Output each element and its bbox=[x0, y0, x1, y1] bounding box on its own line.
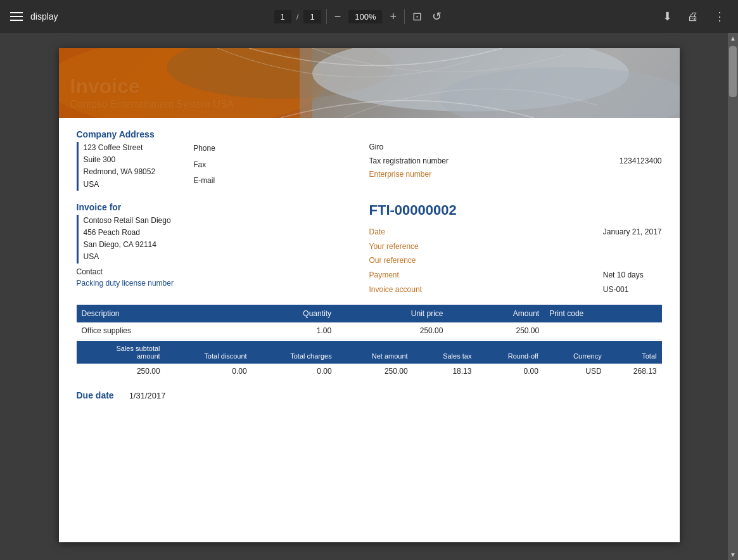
for-addr-line3: San Diego, CA 92114 bbox=[84, 239, 171, 251]
our-ref-label: Our reference bbox=[369, 253, 588, 268]
sum-discount-value: 0.00 bbox=[165, 364, 252, 379]
invoice-for-left: Invoice for Contoso Retail San Diego 456… bbox=[77, 202, 369, 297]
scrollbar[interactable]: ▲ ▼ bbox=[728, 33, 738, 560]
page-area: ▲ ▼ Invo bbox=[0, 33, 738, 560]
sum-currency-value: USD bbox=[544, 364, 607, 379]
invoice-body: Company Address 123 Coffee Street Suite … bbox=[59, 118, 680, 400]
sum-col-total: Total bbox=[607, 341, 662, 364]
sum-tax-value: 18.13 bbox=[413, 364, 477, 379]
contact-row: Contact bbox=[77, 267, 369, 276]
scroll-up-arrow[interactable]: ▲ bbox=[728, 33, 738, 44]
invoice-details-right: FTI-00000002 Date January 21, 2017 Your … bbox=[369, 202, 662, 297]
company-addr-line3: Redmond, WA 98052 bbox=[84, 166, 156, 178]
print-button[interactable]: 🖨 bbox=[685, 8, 701, 26]
our-ref-value bbox=[603, 253, 662, 268]
invoice-for-text: Contoso Retail San Diego 456 Peach Road … bbox=[84, 215, 171, 264]
summary-table: Sales subtotalamount Total discount Tota… bbox=[77, 341, 662, 379]
due-date-label: Due date bbox=[77, 390, 114, 400]
company-name-banner: Contoso Entertainment System USA bbox=[70, 99, 668, 110]
col-quantity: Quantity bbox=[234, 305, 336, 322]
item-unit-price: 250.00 bbox=[336, 322, 448, 340]
giro-value bbox=[620, 141, 662, 155]
packing-label: Packing duty license number bbox=[77, 279, 174, 288]
line-items-table: Description Quantity Unit price Amount P… bbox=[77, 305, 662, 340]
col-description: Description bbox=[77, 305, 235, 322]
more-button[interactable]: ⋮ bbox=[711, 7, 728, 26]
for-addr-line2: 456 Peach Road bbox=[84, 227, 171, 239]
payment-value: Net 10 days bbox=[603, 268, 662, 283]
item-amount: 250.00 bbox=[448, 322, 544, 340]
page-total: 1 bbox=[303, 10, 321, 23]
fax-label: Fax bbox=[193, 158, 244, 175]
your-ref-label: Your reference bbox=[369, 239, 588, 254]
invoice-detail-grid: Date January 21, 2017 Your reference Our… bbox=[369, 225, 662, 297]
due-date-value: 1/31/2017 bbox=[129, 391, 166, 400]
email-label: E-mail bbox=[193, 174, 244, 191]
scroll-down-arrow[interactable]: ▼ bbox=[728, 549, 738, 560]
invoice-document: Invoice Contoso Entertainment System USA… bbox=[59, 48, 680, 542]
sum-total-value: 268.13 bbox=[607, 364, 662, 379]
item-quantity: 1.00 bbox=[234, 322, 336, 340]
scrollbar-thumb[interactable] bbox=[729, 46, 737, 97]
item-description: Office supplies bbox=[77, 322, 235, 340]
sum-subtotal-value: 250.00 bbox=[77, 364, 165, 379]
invoice-for-section: Invoice for Contoso Retail San Diego 456… bbox=[77, 202, 662, 297]
zoom-out-button[interactable]: − bbox=[332, 8, 344, 26]
company-right-info: Giro Tax registration number 1234123400 … bbox=[369, 129, 662, 191]
hamburger-button[interactable] bbox=[10, 12, 23, 21]
for-addr-line1: Contoso Retail San Diego bbox=[84, 215, 171, 227]
summary-header: Sales subtotalamount Total discount Tota… bbox=[77, 341, 662, 364]
divider-2 bbox=[404, 9, 405, 24]
zoom-level: 100% bbox=[348, 10, 382, 23]
sum-col-net: Net amount bbox=[337, 341, 413, 364]
company-section-label: Company Address bbox=[77, 129, 369, 139]
invoice-number: FTI-00000002 bbox=[369, 202, 662, 219]
toolbar: display 1 / 1 − 100% + ⊡ ↺ ⬇ 🖨 ⋮ bbox=[0, 0, 738, 33]
page-separator: / bbox=[296, 12, 299, 22]
divider-1 bbox=[326, 9, 327, 24]
contact-label: Contact bbox=[77, 267, 103, 276]
summary-row: 250.00 0.00 0.00 250.00 18.13 0.00 USD 2… bbox=[77, 364, 662, 379]
fit-page-button[interactable]: ⊡ bbox=[410, 7, 424, 26]
line-items-body: Office supplies 1.00 250.00 250.00 bbox=[77, 322, 662, 340]
date-value: January 21, 2017 bbox=[603, 225, 662, 239]
packing-row: Packing duty license number bbox=[77, 279, 369, 288]
table-row: Office supplies 1.00 250.00 250.00 bbox=[77, 322, 662, 340]
zoom-in-button[interactable]: + bbox=[387, 8, 399, 26]
your-ref-value bbox=[603, 239, 662, 254]
invoice-account-label: Invoice account bbox=[369, 283, 588, 297]
sum-charges-value: 0.00 bbox=[252, 364, 337, 379]
invoice-for-address: Contoso Retail San Diego 456 Peach Road … bbox=[77, 215, 369, 264]
company-contact-grid: Phone Fax E-mail bbox=[193, 142, 244, 191]
summary-body: 250.00 0.00 0.00 250.00 18.13 0.00 USD 2… bbox=[77, 364, 662, 379]
for-addr-line4: USA bbox=[84, 251, 171, 263]
company-addr-line2: Suite 300 bbox=[84, 154, 156, 166]
company-address: 123 Coffee Street Suite 300 Redmond, WA … bbox=[77, 142, 369, 191]
rotate-button[interactable]: ↺ bbox=[429, 7, 444, 26]
invoice-title: Invoice bbox=[70, 75, 668, 98]
sum-col-charges: Total charges bbox=[252, 341, 337, 364]
enterprise-value bbox=[620, 168, 662, 182]
address-bar bbox=[77, 142, 79, 191]
invoice-for-label: Invoice for bbox=[77, 202, 369, 212]
sum-col-tax: Sales tax bbox=[413, 341, 477, 364]
page-current: 1 bbox=[274, 10, 291, 23]
enterprise-label: Enterprise number bbox=[369, 168, 604, 182]
company-addr-line1: 123 Coffee Street bbox=[84, 142, 156, 154]
sum-col-discount: Total discount bbox=[165, 341, 252, 364]
sum-col-roundoff: Round-off bbox=[476, 341, 544, 364]
toolbar-right: ⬇ 🖨 ⋮ bbox=[660, 7, 728, 26]
line-items-header: Description Quantity Unit price Amount P… bbox=[77, 305, 662, 322]
date-label: Date bbox=[369, 225, 588, 239]
toolbar-left: display bbox=[10, 11, 58, 22]
tax-reg-value: 1234123400 bbox=[620, 155, 662, 169]
invoice-account-value: US-001 bbox=[603, 283, 662, 297]
company-right-grid: Giro Tax registration number 1234123400 … bbox=[369, 141, 662, 182]
tax-reg-label: Tax registration number bbox=[369, 155, 604, 169]
company-address-text: 123 Coffee Street Suite 300 Redmond, WA … bbox=[84, 142, 156, 191]
company-addr-line4: USA bbox=[84, 179, 156, 191]
col-unit-price: Unit price bbox=[336, 305, 448, 322]
download-button[interactable]: ⬇ bbox=[660, 7, 675, 26]
payment-label: Payment bbox=[369, 268, 588, 283]
phone-label: Phone bbox=[193, 142, 244, 158]
